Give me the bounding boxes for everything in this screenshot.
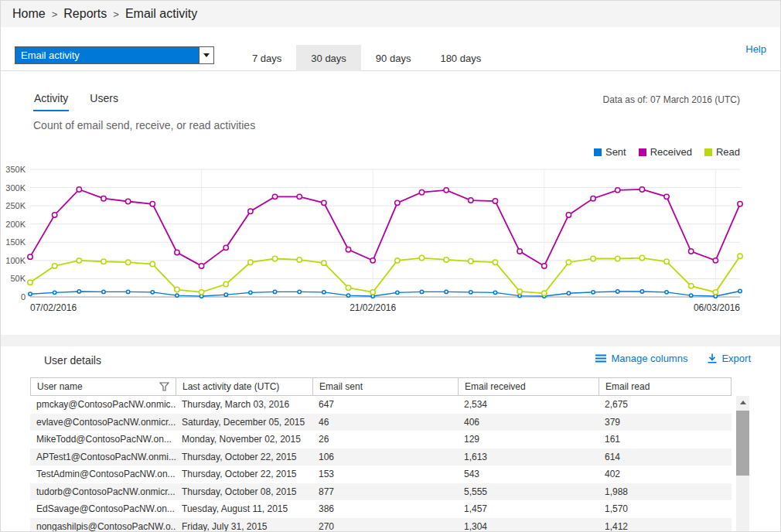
filter-icon[interactable] [159, 382, 169, 391]
table-cell: 1,457 [458, 500, 599, 518]
table-cell: 129 [458, 431, 599, 448]
legend-item-received: Received [639, 146, 692, 158]
table-cell: Thursday, October 08, 2015 [176, 483, 312, 501]
table-cell: Thursday, October 22, 2015 [176, 448, 312, 466]
svg-text:200K: 200K [5, 220, 26, 229]
tab-users[interactable]: Users [89, 92, 119, 111]
table-cell: 647 [312, 396, 458, 414]
table-cell: tudorb@ContosoPacNW.onmicr... [30, 483, 176, 501]
column-header-label: Email received [465, 381, 526, 392]
table-cell: 1,613 [458, 448, 599, 466]
table-cell: 153 [312, 466, 458, 483]
table-cell: Thursday, October 22, 2015 [176, 466, 312, 483]
scrollbar-thumb[interactable] [736, 411, 749, 476]
table-row[interactable]: APTest1@ContosoPacNW.onmi...Thursday, Oc… [30, 448, 732, 466]
svg-text:100K: 100K [5, 256, 26, 265]
svg-text:06/03/2016: 06/03/2016 [694, 302, 740, 313]
range-tab-7-days[interactable]: 7 days [237, 45, 296, 71]
legend-item-sent: Sent [594, 146, 626, 158]
column-header-email-read[interactable]: Email read [599, 378, 731, 395]
chevron-down-icon [199, 47, 213, 63]
column-header-user-name[interactable]: User name [31, 378, 176, 395]
legend-item-read: Read [704, 146, 740, 158]
range-tab-30-days[interactable]: 30 days [296, 45, 361, 71]
svg-text:0: 0 [21, 292, 26, 302]
table-cell: 26 [312, 431, 458, 448]
table-cell: APTest1@ContosoPacNW.onmi... [30, 448, 176, 466]
manage-columns-label: Manage columns [611, 353, 687, 364]
column-header-email-received[interactable]: Email received [459, 378, 599, 395]
user-details-title: User details [44, 354, 101, 367]
table-row[interactable]: tudorb@ContosoPacNW.onmicr...Thursday, O… [30, 483, 732, 501]
range-tabs: 7 days30 days90 days180 days [237, 45, 496, 71]
table-cell: 1,304 [458, 518, 599, 532]
report-type-select[interactable]: Email activity [15, 46, 214, 64]
tab-activity[interactable]: Activity [33, 92, 69, 111]
section-divider [1, 335, 780, 346]
table-row[interactable]: nongashilpis@ContosoPacNW.o...Friday, Ju… [30, 518, 732, 532]
table-cell: 406 [458, 414, 599, 431]
legend-swatch-read [704, 148, 712, 156]
svg-text:07/02/2016: 07/02/2016 [30, 302, 77, 313]
user-details-section: User details Manage columns Export User … [1, 346, 780, 531]
table-row[interactable]: TestAdmin@ContosoPacNW.on...Thursday, Oc… [30, 466, 732, 483]
breadcrumb-item-reports[interactable]: Reports [63, 7, 107, 21]
range-tab-90-days[interactable]: 90 days [361, 45, 426, 71]
legend-label: Read [716, 146, 740, 158]
activity-chart: 050K100K150K200K250K300K350K07/02/201621… [1, 157, 781, 321]
breadcrumb-item-home[interactable]: Home [12, 7, 46, 21]
table-row[interactable]: evlave@ContosoPacNW.onmicr...Saturday, D… [30, 414, 732, 431]
table-body: pmckay@ContosoPacNW.onmic...Thursday, Ma… [30, 396, 732, 532]
table-cell: EdSavage@ContosoPacNW.on... [30, 500, 176, 518]
table-cell: 1,988 [599, 483, 732, 501]
toolbar: Email activity 7 days30 days90 days180 d… [1, 27, 780, 71]
table-cell: 5,555 [458, 483, 599, 501]
table-scrollbar[interactable] [736, 396, 749, 531]
legend-label: Received [650, 146, 692, 158]
svg-text:350K: 350K [5, 165, 26, 174]
table-cell: 1,570 [599, 500, 732, 518]
chart-subtitle: Count of email send, receive, or read ac… [33, 119, 255, 131]
breadcrumb-separator: > [52, 9, 58, 20]
download-icon [708, 353, 717, 363]
svg-text:50K: 50K [10, 274, 26, 283]
table-cell: pmckay@ContosoPacNW.onmic... [30, 396, 176, 414]
column-header-last-activity-date-utc[interactable]: Last activity date (UTC) [176, 378, 313, 395]
legend-swatch-sent [594, 148, 602, 156]
table-cell: 614 [599, 448, 732, 466]
table-cell: 386 [312, 500, 458, 518]
table-cell: 2,534 [458, 396, 599, 414]
column-header-email-sent[interactable]: Email sent [313, 378, 459, 395]
table-cell: 379 [599, 414, 732, 431]
table-cell: 270 [312, 518, 458, 532]
manage-columns-button[interactable]: Manage columns [595, 353, 687, 364]
help-link[interactable]: Help [745, 27, 766, 70]
table-cell: evlave@ContosoPacNW.onmicr... [30, 414, 176, 431]
svg-text:300K: 300K [5, 183, 26, 193]
report-type-select-value: Email activity [15, 47, 199, 63]
breadcrumb-item-email-activity: Email activity [125, 7, 197, 21]
report-tabs: ActivityUsers [33, 92, 119, 111]
svg-text:21/02/2016: 21/02/2016 [350, 302, 396, 313]
column-header-label: User name [37, 381, 83, 392]
legend-swatch-received [639, 148, 646, 156]
table-row[interactable]: EdSavage@ContosoPacNW.on...Tuesday, Augu… [30, 500, 732, 518]
column-header-label: Last activity date (UTC) [182, 381, 279, 392]
data-as-of-label: Data as of: 07 March 2016 (UTC) [603, 94, 740, 105]
table-cell: 402 [599, 466, 732, 483]
report-section: ActivityUsers Data as of: 07 March 2016 … [1, 72, 780, 335]
table-row[interactable]: MikeTodd@ContosoPacNW.on...Monday, Novem… [30, 431, 732, 448]
export-label: Export [721, 353, 751, 364]
export-button[interactable]: Export [708, 353, 751, 364]
scroll-up-arrow-icon[interactable] [736, 396, 749, 409]
table-cell: Tuesday, August 11, 2015 [176, 500, 312, 518]
table-cell: nongashilpis@ContosoPacNW.o... [30, 518, 176, 532]
breadcrumb: Home>Reports>Email activity [1, 1, 780, 27]
legend-label: Sent [605, 146, 626, 158]
table-row[interactable]: pmckay@ContosoPacNW.onmic...Thursday, Ma… [30, 396, 732, 414]
table-cell: 543 [458, 466, 599, 483]
columns-icon [595, 354, 606, 363]
range-tab-180-days[interactable]: 180 days [425, 45, 496, 71]
table-cell: 46 [312, 414, 458, 431]
svg-text:150K: 150K [5, 237, 26, 247]
